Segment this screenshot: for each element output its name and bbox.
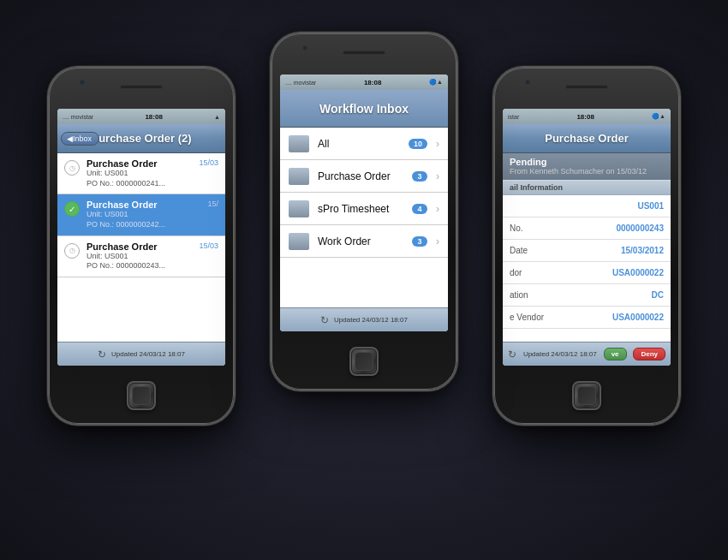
clock-icon-3: ◷ — [69, 247, 75, 254]
deny-button[interactable]: Deny — [633, 348, 665, 360]
approve-button[interactable]: ve — [604, 348, 627, 360]
home-button-left[interactable] — [127, 381, 156, 410]
detail-row-3: dor USA0000022 — [503, 262, 671, 284]
detail-label-5: e Vendor — [510, 313, 544, 322]
home-button-inner-right — [577, 386, 596, 405]
detail-value-3: USA0000022 — [612, 268, 664, 277]
item-date-1: 15/03 — [199, 158, 218, 167]
item-date-2: 15/ — [207, 200, 218, 208]
inbox-item-spro[interactable]: sPro Timesheet 4 › — [280, 193, 448, 225]
chevron-right-wo: › — [436, 235, 439, 247]
inbox-label-spro: sPro Timesheet — [318, 203, 403, 215]
inbox-item-all[interactable]: All 10 › — [280, 128, 448, 160]
detail-value-1: 0000000243 — [616, 223, 664, 233]
item-text-1: Purchase Order Unit: US001 PO No.: 00000… — [87, 158, 192, 188]
back-label-left: Inbox — [73, 134, 92, 143]
check-icon-2: ✓ — [69, 205, 75, 214]
list-item-1[interactable]: ◷ Purchase Order Unit: US001 PO No.: 000… — [57, 153, 225, 194]
phone-top-center — [272, 33, 456, 74]
phones-container: .... movistar 18:08 ▲ ◀ Inbox Purchase O… — [30, 15, 698, 545]
icons-center: 🔵▲ — [429, 79, 443, 86]
updated-text-left: Updated 24/03/12 18:07 — [111, 350, 185, 358]
phone-bottom-center — [272, 331, 456, 391]
nav-bar-left: ◀ Inbox Purchase Order (2) — [57, 124, 225, 153]
speaker-center — [343, 51, 385, 55]
camera-right — [525, 80, 530, 85]
inbox-label-all: All — [318, 138, 400, 150]
back-button-left[interactable]: ◀ Inbox — [61, 132, 99, 146]
screen-left: .... movistar 18:08 ▲ ◀ Inbox Purchase O… — [57, 109, 225, 366]
speaker-right — [565, 85, 608, 89]
item-title-2: Purchase Order — [87, 200, 200, 210]
inbox-item-po[interactable]: Purchase Order 3 › — [280, 160, 448, 193]
workflow-nav: Workflow Inbox — [280, 90, 448, 128]
bottom-bar-right: ↻ Updated 24/03/12 18:07 ve Deny — [503, 342, 671, 366]
detail-label-2: Date — [510, 246, 528, 255]
status-bar-right: istar 18:08 🔵▲ — [503, 109, 671, 124]
bottom-bar-left: ↻ Updated 24/03/12 18:07 — [57, 342, 225, 366]
phone-top-right — [494, 68, 679, 109]
screen-right: istar 18:08 🔵▲ Purchase Order Pending Fr… — [503, 109, 671, 366]
nav-title-right: Purchase Order — [545, 132, 629, 145]
time-right: 18:08 — [576, 113, 594, 121]
icons-left: ▲ — [214, 114, 220, 120]
detail-row-0: US001 — [503, 195, 671, 217]
carrier-left: .... movistar — [63, 114, 93, 120]
inbox-badge-wo: 3 — [412, 236, 427, 247]
detail-status-section: Pending From Kenneth Schumacher on 15/03… — [503, 153, 671, 180]
detail-value-4: DC — [652, 290, 664, 300]
item-icon-2: ✓ — [64, 201, 80, 217]
item-title-3: Purchase Order — [87, 241, 192, 252]
list-item-3[interactable]: ◷ Purchase Order Unit: US001 PO No.: 000… — [57, 236, 225, 277]
detail-row-4: ation DC — [503, 284, 671, 307]
detail-label-1: No. — [510, 223, 523, 233]
item-date-3: 15/03 — [199, 241, 218, 250]
speaker-left — [120, 85, 163, 89]
home-button-center[interactable] — [349, 347, 379, 376]
nav-title-left: Purchase Order (2) — [91, 132, 191, 145]
clock-icon-1: ◷ — [69, 164, 75, 172]
inbox-label-po: Purchase Order — [318, 170, 403, 182]
item-sub1-2: Unit: US001 — [87, 210, 200, 220]
detail-value-0: US001 — [637, 201, 664, 211]
item-sub1-3: Unit: US001 — [87, 252, 192, 262]
detail-row-2: Date 15/03/2012 — [503, 240, 671, 262]
back-chevron-left: ◀ — [67, 134, 73, 143]
list-item-2[interactable]: ✓ Purchase Order Unit: US001 PO No.: 000… — [57, 194, 225, 235]
status-bar-left: .... movistar 18:08 ▲ — [57, 109, 225, 124]
refresh-icon-left[interactable]: ↻ — [98, 349, 106, 360]
updated-text-right: Updated 24/03/12 18:07 — [523, 350, 597, 358]
detail-status-value: Pending — [510, 157, 664, 167]
time-center: 18:08 — [364, 79, 381, 86]
time-left: 18:08 — [145, 113, 162, 121]
chevron-right-po: › — [436, 170, 439, 182]
phone-center: .... movistar 18:08 🔵▲ Workflow Inbox Al… — [270, 32, 458, 391]
phone-top-left — [49, 68, 234, 109]
item-sub2-2: PO No.: 0000000242... — [87, 220, 200, 230]
status-bar-center: .... movistar 18:08 🔵▲ — [280, 74, 448, 90]
item-icon-1: ◷ — [64, 160, 80, 176]
item-sub2-3: PO No.: 0000000243... — [87, 261, 192, 271]
refresh-icon-center[interactable]: ↻ — [320, 314, 329, 326]
inbox-folder-icon-all — [289, 135, 309, 152]
screen-center: .... movistar 18:08 🔵▲ Workflow Inbox Al… — [280, 74, 448, 331]
inbox-label-wo: Work Order — [318, 235, 403, 247]
inbox-folder-icon-wo — [289, 233, 309, 250]
inbox-folder-icon-po — [289, 168, 309, 185]
inbox-badge-po: 3 — [412, 171, 427, 182]
home-button-right[interactable] — [572, 381, 601, 410]
detail-from: From Kenneth Schumacher on 15/03/12 — [510, 167, 664, 176]
refresh-icon-right[interactable]: ↻ — [508, 349, 516, 360]
detail-section-header: ail Information — [503, 180, 671, 195]
inbox-item-wo[interactable]: Work Order 3 › — [280, 225, 448, 258]
nav-bar-right: Purchase Order — [503, 124, 671, 153]
detail-value-5: USA0000022 — [612, 313, 664, 322]
inbox-folder-icon-spro — [289, 200, 309, 217]
inbox-badge-all: 10 — [409, 139, 427, 149]
updated-text-center: Updated 24/03/12 18:07 — [334, 316, 408, 324]
bottom-bar-center: ↻ Updated 24/03/12 18:07 — [280, 307, 448, 331]
carrier-right: istar — [508, 114, 519, 120]
item-sub2-1: PO No.: 0000000241... — [87, 179, 192, 189]
home-button-inner-center — [355, 352, 373, 371]
phone-left: .... movistar 18:08 ▲ ◀ Inbox Purchase O… — [47, 66, 236, 426]
